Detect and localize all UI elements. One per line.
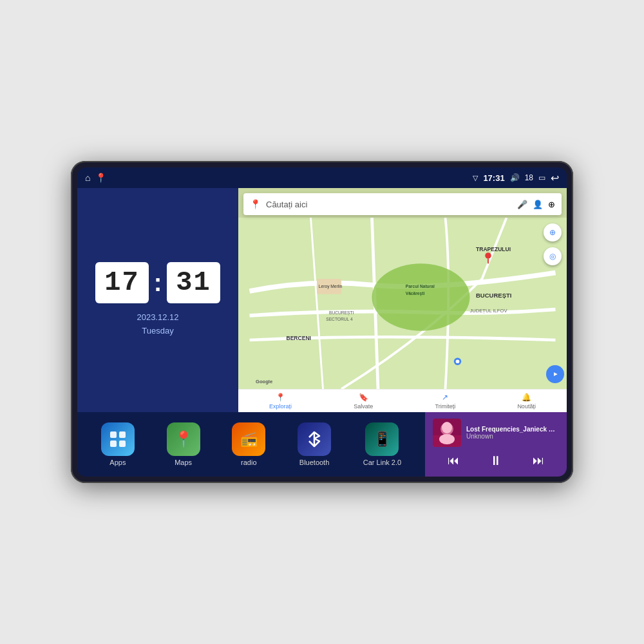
map-compass-button[interactable]: ⊕: [544, 223, 562, 242]
app-icon-radio[interactable]: 📻 radio: [232, 422, 265, 466]
carlink-icon-image: 📱: [365, 422, 399, 456]
volume-icon: 🔊: [510, 173, 520, 182]
map-layers-icon[interactable]: ⊕: [548, 200, 555, 209]
album-art-svg: [433, 419, 461, 447]
map-mic-icon[interactable]: 🎤: [517, 200, 527, 209]
carlink-label: Car Link 2.0: [363, 459, 401, 466]
main-content: 17 : 31 2023.12.12 Tuesday 📍 Căutați aic…: [77, 188, 567, 477]
svg-text:SECTORUL 4: SECTORUL 4: [326, 317, 353, 321]
map-pin-icon: 📍: [250, 199, 261, 209]
map-bottom-bar: 📍 Explorați 🔖 Salvate ↗ Trimiteți 🔔: [238, 389, 567, 412]
app-icon-carlink[interactable]: 📱 Car Link 2.0: [363, 422, 401, 466]
svg-text:TRAPEZULUI: TRAPEZULUI: [476, 246, 511, 252]
svg-point-28: [439, 434, 455, 444]
clock-minutes: 31: [167, 262, 220, 303]
map-svg: Parcul Natural Văcărești Leroy Merlin TR…: [238, 218, 567, 389]
maps-icon-image: 📍: [167, 422, 200, 456]
apps-area: Apps 📍 Maps 📻 radio: [77, 412, 425, 477]
start-label: ▶: [554, 372, 557, 377]
music-controls: ⏮ ⏸ ⏭: [433, 451, 559, 471]
signal-icon: ▽: [473, 174, 478, 182]
svg-point-12: [485, 252, 491, 259]
saved-label: Salvate: [354, 403, 373, 410]
map-location-button[interactable]: ◎: [544, 247, 562, 265]
svg-text:BERCENI: BERCENI: [287, 335, 311, 341]
bluetooth-label: Bluetooth: [299, 459, 329, 466]
apps-icon-image: [101, 422, 135, 456]
svg-text:Văcărești: Văcărești: [406, 291, 425, 296]
svg-point-27: [442, 422, 452, 433]
svg-text:Parcul Natural: Parcul Natural: [406, 284, 435, 289]
radio-icon-image: 📻: [232, 422, 265, 456]
svg-rect-20: [119, 440, 126, 447]
music-prev-button[interactable]: ⏮: [442, 451, 464, 470]
status-bar: ⌂ 📍 ▽ 17:31 🔊 18 ▭ ↩: [77, 167, 567, 188]
maps-icon-glyph: 📍: [174, 430, 193, 448]
apps-icon-svg: [109, 430, 127, 448]
music-artist: Unknown: [466, 433, 559, 440]
home-icon[interactable]: ⌂: [85, 173, 90, 183]
svg-text:BUCUREȘTI: BUCUREȘTI: [476, 292, 511, 299]
clock-date-text: 2023.12.12: [137, 311, 178, 325]
svg-rect-19: [110, 440, 117, 447]
send-icon: ↗: [442, 393, 448, 402]
maps-pin-icon[interactable]: 📍: [95, 173, 106, 183]
top-section: 17 : 31 2023.12.12 Tuesday 📍 Căutați aic…: [77, 188, 567, 412]
carlink-icon-glyph: 📱: [374, 431, 391, 448]
explore-icon: 📍: [276, 393, 285, 402]
music-title: Lost Frequencies_Janieck Devy-...: [466, 426, 559, 433]
music-player: Lost Frequencies_Janieck Devy-... Unknow…: [425, 412, 567, 477]
news-label: Noutăți: [517, 403, 536, 410]
music-info: Lost Frequencies_Janieck Devy-... Unknow…: [466, 426, 559, 440]
svg-marker-21: [314, 432, 319, 446]
svg-text:Leroy Merlin: Leroy Merlin: [319, 284, 343, 289]
clock-hours: 17: [95, 262, 148, 303]
clock-day-text: Tuesday: [137, 325, 178, 338]
maps-label: Maps: [175, 459, 192, 466]
map-nav-explore[interactable]: 📍 Explorați: [269, 393, 292, 410]
album-art: [433, 419, 461, 447]
map-start-button[interactable]: ▶: [546, 365, 564, 383]
map-search-text[interactable]: Căutați aici: [266, 200, 512, 209]
bluetooth-icon-image: [298, 422, 331, 456]
app-icon-apps[interactable]: Apps: [101, 422, 135, 466]
bluetooth-icon-svg: [305, 430, 323, 448]
radio-icon-glyph: 📻: [240, 431, 258, 448]
battery-level: 18: [525, 173, 533, 182]
app-icon-maps[interactable]: 📍 Maps: [167, 422, 200, 466]
saved-icon: 🔖: [359, 393, 368, 402]
map-nav-saved[interactable]: 🔖 Salvate: [354, 393, 373, 410]
svg-rect-17: [110, 431, 117, 438]
map-account-icon[interactable]: 👤: [533, 200, 543, 209]
music-top: Lost Frequencies_Janieck Devy-... Unknow…: [433, 419, 559, 447]
map-widget[interactable]: 📍 Căutați aici 🎤 👤 ⊕: [238, 188, 567, 412]
music-play-button[interactable]: ⏸: [484, 451, 507, 471]
map-nav-send[interactable]: ↗ Trimiteți: [435, 393, 456, 410]
device-frame: ⌂ 📍 ▽ 17:31 🔊 18 ▭ ↩ 17 :: [71, 161, 573, 483]
explore-label: Explorați: [269, 403, 292, 410]
svg-rect-18: [119, 431, 126, 438]
map-nav-news[interactable]: 🔔 Noutăți: [517, 393, 536, 410]
send-label: Trimiteți: [435, 403, 456, 410]
back-icon[interactable]: ↩: [551, 172, 559, 184]
svg-point-15: [456, 359, 460, 363]
clock-separator: :: [154, 269, 162, 297]
battery-icon: ▭: [538, 173, 545, 182]
map-search-bar[interactable]: 📍 Căutați aici 🎤 👤 ⊕: [243, 193, 562, 215]
device-screen: ⌂ 📍 ▽ 17:31 🔊 18 ▭ ↩ 17 :: [77, 167, 567, 477]
news-icon: 🔔: [522, 393, 531, 402]
svg-text:JUDEȚUL ILFOV: JUDEȚUL ILFOV: [470, 308, 508, 314]
status-left: ⌂ 📍: [85, 173, 106, 183]
app-icon-bluetooth[interactable]: Bluetooth: [298, 422, 331, 466]
bottom-section: Apps 📍 Maps 📻 radio: [77, 412, 567, 477]
svg-text:Google: Google: [256, 379, 272, 384]
music-next-button[interactable]: ⏭: [527, 451, 549, 470]
clock-date: 2023.12.12 Tuesday: [137, 311, 178, 338]
apps-label: Apps: [109, 459, 126, 466]
svg-point-1: [372, 263, 470, 331]
clock-display: 17 : 31: [95, 262, 220, 303]
map-background: Parcul Natural Văcărești Leroy Merlin TR…: [238, 218, 567, 389]
radio-label: radio: [241, 459, 256, 466]
svg-text:BUCUREȘTI: BUCUREȘTI: [329, 310, 354, 316]
clock-widget: 17 : 31 2023.12.12 Tuesday: [77, 188, 238, 412]
